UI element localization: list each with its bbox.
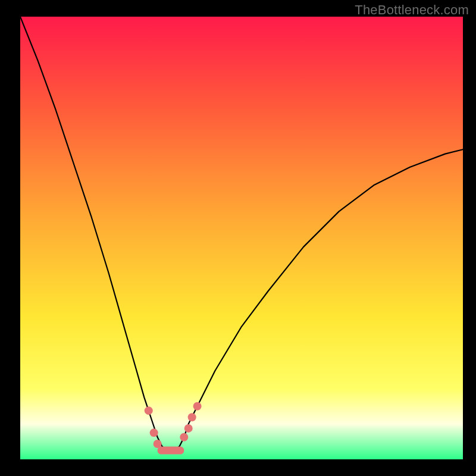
min-plateau-bridge xyxy=(158,447,184,455)
data-dot xyxy=(150,428,158,437)
data-dot xyxy=(145,406,153,415)
data-dot xyxy=(188,413,196,421)
chart-frame: TheBottleneck.com xyxy=(0,0,476,476)
plot-svg xyxy=(20,17,463,459)
data-dot xyxy=(184,424,193,433)
watermark-text: TheBottleneck.com xyxy=(355,2,469,18)
gradient-background xyxy=(20,17,463,459)
data-dot xyxy=(193,402,202,411)
data-dot xyxy=(154,440,162,448)
plot-area xyxy=(20,17,463,459)
data-dot xyxy=(180,433,188,441)
